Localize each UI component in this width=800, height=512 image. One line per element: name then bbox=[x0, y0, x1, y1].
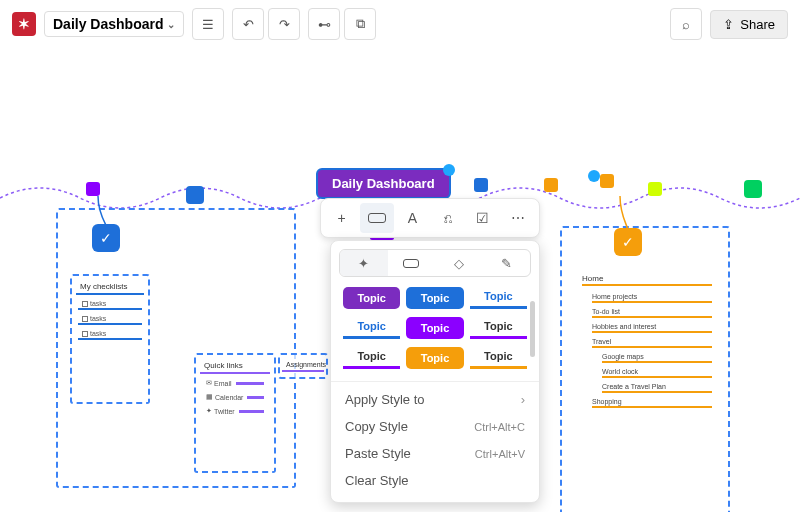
tab-border[interactable]: ✎ bbox=[483, 250, 531, 276]
search-icon: ⌕ bbox=[682, 17, 690, 32]
home-topic-icon[interactable]: ✓ bbox=[614, 228, 642, 256]
root-topic[interactable]: Daily Dashboard bbox=[316, 168, 451, 199]
app-logo-icon: ✶ bbox=[12, 12, 36, 36]
list-item[interactable]: tasks bbox=[78, 329, 142, 340]
branch-node[interactable] bbox=[186, 186, 204, 204]
list-item[interactable]: Hobbies and interest bbox=[592, 322, 712, 333]
style-swatch[interactable]: Topic bbox=[406, 317, 463, 339]
list-item[interactable]: ✦Twitter bbox=[202, 406, 268, 416]
list-item[interactable]: tasks bbox=[78, 314, 142, 325]
list-item[interactable]: Travel bbox=[592, 337, 712, 348]
undo-icon: ↶ bbox=[243, 17, 254, 32]
style-swatch[interactable]: Topic bbox=[343, 347, 400, 369]
context-toolbar: + A ⎌ ☑ ⋯ bbox=[320, 198, 540, 238]
fill-icon: ◇ bbox=[454, 256, 464, 271]
layout-button[interactable]: ⧉ bbox=[344, 8, 376, 40]
style-swatch[interactable]: Topic bbox=[343, 287, 400, 309]
branch-node[interactable] bbox=[544, 178, 558, 192]
paste-style-item[interactable]: Paste Style Ctrl+Alt+V bbox=[331, 440, 539, 467]
shape-button[interactable] bbox=[360, 203, 393, 233]
branch-node[interactable] bbox=[86, 182, 100, 196]
plus-icon: + bbox=[338, 210, 346, 226]
branch-handle-icon[interactable] bbox=[588, 170, 600, 182]
hamburger-icon: ☰ bbox=[202, 17, 214, 32]
structure-button[interactable]: ⎌ bbox=[431, 203, 464, 233]
assignments-title: Assignments bbox=[282, 357, 324, 372]
branch-node[interactable] bbox=[474, 178, 488, 192]
share-button[interactable]: ⇪ Share bbox=[710, 10, 788, 39]
list-item[interactable]: To-do list bbox=[592, 307, 712, 318]
share-icon: ⇪ bbox=[723, 17, 734, 32]
list-item[interactable]: ✉Email bbox=[202, 378, 268, 388]
divider bbox=[331, 381, 539, 382]
home-group[interactable]: Home Home projects To-do list Hobbies an… bbox=[582, 274, 712, 412]
style-swatch[interactable]: Topic bbox=[343, 317, 400, 339]
tab-presets[interactable]: ✦ bbox=[340, 250, 388, 276]
share-label: Share bbox=[740, 17, 775, 32]
style-swatch[interactable]: Topic bbox=[406, 347, 463, 369]
checkbox-icon bbox=[82, 331, 88, 337]
checkbox-icon: ☑ bbox=[476, 210, 489, 226]
branch-node[interactable] bbox=[648, 182, 662, 196]
list-item[interactable]: ▦Calendar bbox=[202, 392, 268, 402]
style-swatch[interactable]: Topic bbox=[470, 347, 527, 369]
style-panel: ✦ ◇ ✎ Topic Topic Topic Topic Topic Topi… bbox=[330, 240, 540, 503]
document-title-dropdown[interactable]: Daily Dashboard ⌄ bbox=[44, 11, 184, 37]
checkbox-icon bbox=[82, 316, 88, 322]
text-style-button[interactable]: A bbox=[396, 203, 429, 233]
copy-style-item[interactable]: Copy Style Ctrl+Alt+C bbox=[331, 413, 539, 440]
layout-icon: ⧉ bbox=[356, 16, 365, 32]
chevron-down-icon: ⌄ bbox=[167, 19, 175, 30]
quick-links-title: Quick links bbox=[200, 357, 270, 374]
menu-button[interactable]: ☰ bbox=[192, 8, 224, 40]
list-item[interactable]: Create a Travel Plan bbox=[602, 382, 712, 393]
add-child-button[interactable]: + bbox=[325, 203, 358, 233]
checkbox-icon bbox=[82, 301, 88, 307]
document-title: Daily Dashboard bbox=[53, 16, 163, 32]
style-swatch[interactable]: Topic bbox=[470, 317, 527, 339]
insert-node-icon: ⊷ bbox=[318, 17, 331, 32]
style-swatch[interactable]: Topic bbox=[470, 287, 527, 309]
quick-links-group[interactable]: Quick links ✉Email ▦Calendar ✦Twitter bbox=[194, 353, 276, 473]
assignments-group[interactable]: Assignments bbox=[278, 353, 328, 379]
tab-fill[interactable]: ◇ bbox=[435, 250, 483, 276]
list-item[interactable]: World clock bbox=[602, 367, 712, 378]
scrollbar[interactable] bbox=[530, 301, 535, 357]
text-icon: A bbox=[408, 210, 417, 226]
home-title: Home bbox=[582, 274, 712, 286]
list-item[interactable]: Home projects bbox=[592, 292, 712, 303]
list-item[interactable]: tasks bbox=[78, 299, 142, 310]
style-tabs: ✦ ◇ ✎ bbox=[339, 249, 531, 277]
insert-node-button[interactable]: ⊷ bbox=[308, 8, 340, 40]
top-toolbar: ✶ Daily Dashboard ⌄ ☰ ↶ ↷ ⊷ ⧉ ⌕ ⇪ Share bbox=[0, 0, 800, 48]
undo-button[interactable]: ↶ bbox=[232, 8, 264, 40]
branch-node[interactable] bbox=[744, 180, 762, 198]
wand-icon: ✦ bbox=[358, 256, 369, 271]
list-item[interactable]: Shopping bbox=[592, 397, 712, 408]
redo-button[interactable]: ↷ bbox=[268, 8, 300, 40]
branch-node[interactable] bbox=[600, 174, 614, 188]
style-swatch[interactable]: Topic bbox=[406, 287, 463, 309]
more-button[interactable]: ⋯ bbox=[502, 203, 535, 233]
rectangle-icon bbox=[368, 213, 386, 223]
search-button[interactable]: ⌕ bbox=[670, 8, 702, 40]
rectangle-icon bbox=[403, 259, 419, 268]
root-topic-label: Daily Dashboard bbox=[332, 176, 435, 191]
chevron-right-icon: › bbox=[521, 392, 525, 407]
apply-style-to-item[interactable]: Apply Style to › bbox=[331, 386, 539, 413]
task-button[interactable]: ☑ bbox=[466, 203, 499, 233]
tab-shape[interactable] bbox=[388, 250, 436, 276]
list-item[interactable]: Google maps bbox=[602, 352, 712, 363]
style-menu: Apply Style to › Copy Style Ctrl+Alt+C P… bbox=[331, 384, 539, 496]
my-checklists-title: My checklists bbox=[76, 278, 144, 295]
pen-icon: ✎ bbox=[501, 256, 512, 271]
clear-style-item[interactable]: Clear Style bbox=[331, 467, 539, 494]
structure-icon: ⎌ bbox=[444, 210, 452, 226]
more-icon: ⋯ bbox=[511, 210, 525, 226]
checklist-topic-icon[interactable]: ✓ bbox=[92, 224, 120, 252]
my-checklists-group[interactable]: My checklists tasks tasks tasks bbox=[70, 274, 150, 404]
style-swatches: Topic Topic Topic Topic Topic Topic Topi… bbox=[331, 287, 539, 377]
redo-icon: ↷ bbox=[279, 17, 290, 32]
canvas[interactable]: Daily Dashboard ✓ ✓ My checklists tasks … bbox=[0, 48, 800, 512]
